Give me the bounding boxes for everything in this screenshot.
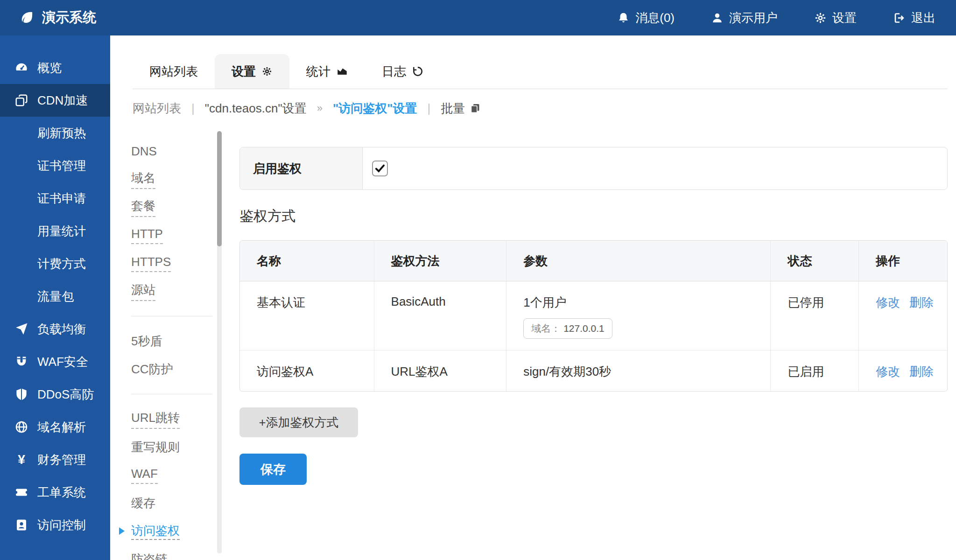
settings-label: 设置 (832, 10, 857, 26)
menu-item-access-auth[interactable]: 访问鉴权 (131, 517, 212, 545)
table-row: 基本认证 BasicAuth 1个用户 域名： 127.0.0.1 已停用 修改… (240, 281, 947, 350)
yen-icon: ¥ (14, 452, 29, 467)
content-area: 网站列表 设置 统计 日志 网站列表 (110, 35, 956, 560)
sidebar-item-refresh-preheat[interactable]: 刷新预热 (0, 117, 110, 149)
id-badge-icon (14, 518, 29, 532)
breadcrumb-separator: | (191, 101, 195, 116)
delete-link[interactable]: 删除 (909, 295, 934, 309)
menu-divider (131, 316, 212, 316)
edit-link[interactable]: 修改 (876, 295, 900, 309)
sidebar-item-ddos[interactable]: DDoS高防 (0, 378, 110, 411)
menu-item-rewrite-rules[interactable]: 重写规则 (131, 433, 212, 461)
enable-auth-label: 启用鉴权 (240, 147, 363, 189)
breadcrumb-current-page[interactable]: "访问鉴权"设置 (333, 100, 417, 117)
sidebar-item-tickets[interactable]: 工单系统 (0, 476, 110, 509)
col-header-actions: 操作 (858, 241, 947, 281)
cell-method: URL鉴权A (374, 350, 506, 391)
edit-link[interactable]: 修改 (876, 364, 900, 378)
user-menu-button[interactable]: 演示用户 (711, 10, 778, 26)
col-header-name: 名称 (240, 241, 374, 281)
breadcrumb: 网站列表 | "cdn.teaos.cn"设置 » "访问鉴权"设置 | 批量 (133, 98, 948, 119)
breadcrumb-site-settings[interactable]: "cdn.teaos.cn"设置 (205, 100, 307, 117)
tab-label: 日志 (382, 63, 406, 80)
menu-item-https[interactable]: HTTPS (131, 249, 212, 277)
menu-item-dns[interactable]: DNS (131, 137, 212, 165)
sidebar-item-access-control[interactable]: 访问控制 (0, 509, 110, 541)
shield-icon (14, 387, 29, 401)
domain-tag: 域名： 127.0.0.1 (523, 318, 612, 339)
batch-label: 批量 (441, 100, 465, 117)
tab-site-list[interactable]: 网站列表 (133, 54, 215, 89)
tab-label: 统计 (306, 63, 330, 80)
tabbar: 网站列表 设置 统计 日志 (133, 55, 948, 89)
messages-label: 消息(0) (635, 10, 675, 26)
tab-statistics[interactable]: 统计 (289, 54, 365, 89)
sidebar-item-load-balancer[interactable]: 负载均衡 (0, 313, 110, 345)
sidebar-item-label: DDoS高防 (37, 386, 94, 403)
section-title: 鉴权方式 (239, 207, 948, 226)
app-logo[interactable]: 演示系统 (19, 8, 96, 27)
add-auth-method-button[interactable]: +添加鉴权方式 (239, 407, 358, 437)
sidebar-item-label: 刷新预热 (37, 125, 86, 141)
messages-button[interactable]: 消息(0) (617, 10, 675, 26)
logout-icon (893, 12, 906, 24)
history-icon (412, 65, 424, 77)
bell-icon (617, 12, 630, 24)
sidebar-item-finance[interactable]: ¥ 财务管理 (0, 443, 110, 476)
sidebar-item-cdn[interactable]: CDN加速 (0, 84, 110, 117)
sidebar-item-usage-stats[interactable]: 用量统计 (0, 215, 110, 247)
logout-button[interactable]: 退出 (893, 10, 935, 26)
menu-item-cc-protect[interactable]: CC防护 (131, 355, 212, 383)
menu-item-plan[interactable]: 套餐 (131, 193, 212, 221)
sidebar-item-cert-apply[interactable]: 证书申请 (0, 182, 110, 215)
cell-params: 1个用户 域名： 127.0.0.1 (506, 281, 770, 350)
auth-methods-table: 名称 鉴权方法 参数 状态 操作 基本认证 BasicAuth 1个用户 域名：… (239, 240, 948, 392)
menu-item-5s-shield[interactable]: 5秒盾 (131, 327, 212, 355)
cell-actions: 修改删除 (858, 350, 947, 391)
menu-item-url-redirect[interactable]: URL跳转 (131, 405, 212, 433)
user-icon (711, 12, 724, 24)
sidebar: 概览 CDN加速 刷新预热 证书管理 证书申请 用量统计 计费方式 流量包 (0, 35, 110, 560)
cell-name: 访问鉴权A (240, 350, 374, 391)
menu-item-domains[interactable]: 域名 (131, 165, 212, 193)
menu-item-cache[interactable]: 缓存 (131, 489, 212, 517)
breadcrumb-site-list[interactable]: 网站列表 (133, 100, 181, 117)
ticket-icon (14, 485, 29, 499)
batch-button[interactable]: 批量 (441, 100, 481, 117)
submenu-scrollbar-track[interactable] (217, 131, 222, 553)
cell-params: sign/有效期30秒 (506, 350, 770, 391)
sidebar-item-label: 概览 (37, 60, 62, 76)
cell-method: BasicAuth (374, 281, 506, 350)
sidebar-item-traffic-package[interactable]: 流量包 (0, 280, 110, 313)
topbar-menu: 消息(0) 演示用户 设置 退出 (617, 10, 935, 26)
settings-button[interactable]: 设置 (814, 10, 857, 26)
tab-settings[interactable]: 设置 (215, 54, 289, 89)
sidebar-item-cert-manage[interactable]: 证书管理 (0, 149, 110, 182)
sidebar-item-waf[interactable]: WAF安全 (0, 345, 110, 378)
sidebar-item-label: CDN加速 (37, 92, 88, 109)
sidebar-item-label: 域名解析 (37, 419, 86, 435)
submenu-scrollbar-thumb[interactable] (217, 131, 222, 246)
menu-item-waf[interactable]: WAF (131, 461, 212, 489)
cell-name: 基本认证 (240, 281, 374, 350)
table-row: 访问鉴权A URL鉴权A sign/有效期30秒 已启用 修改删除 (240, 350, 947, 391)
sidebar-item-overview[interactable]: 概览 (0, 51, 110, 84)
sidebar-item-dns[interactable]: 域名解析 (0, 411, 110, 443)
status-badge: 已停用 (770, 281, 858, 350)
copy-icon (470, 103, 481, 114)
sidebar-item-billing[interactable]: 计费方式 (0, 247, 110, 280)
menu-item-origin[interactable]: 源站 (131, 277, 212, 305)
gear-icon (261, 66, 273, 77)
save-button[interactable]: 保存 (239, 454, 307, 485)
delete-link[interactable]: 删除 (909, 364, 934, 378)
menu-item-http[interactable]: HTTP (131, 221, 212, 249)
sidebar-item-label: 访问控制 (37, 517, 86, 533)
checkmark-icon (374, 162, 386, 175)
sidebar-item-label: 计费方式 (37, 256, 86, 272)
enable-auth-row: 启用鉴权 (239, 147, 948, 190)
tab-logs[interactable]: 日志 (365, 54, 441, 89)
gear-icon (814, 12, 827, 24)
sidebar-item-label: 负载均衡 (37, 321, 86, 337)
enable-auth-checkbox[interactable] (372, 161, 388, 176)
menu-item-hotlink-protect[interactable]: 防盗链 (131, 545, 212, 560)
